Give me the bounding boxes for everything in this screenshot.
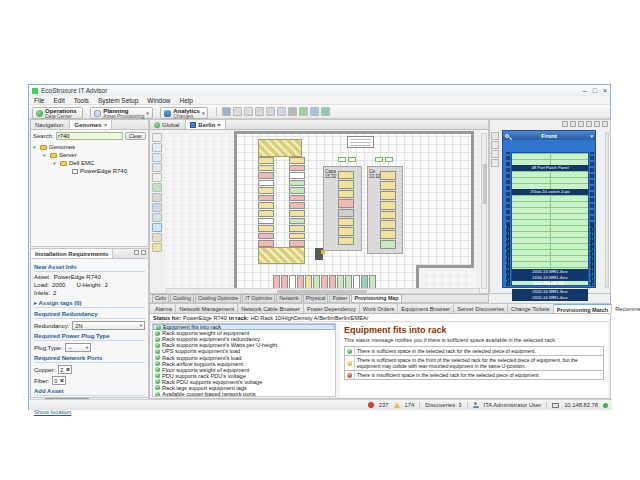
fiber-stepper[interactable]: 0 (52, 376, 66, 385)
containment-cage-2[interactable]: Ca 13.32 (367, 166, 403, 254)
title-bar[interactable]: EcoStruxure IT Advisor –□× (29, 85, 610, 96)
floor-rack[interactable] (258, 202, 274, 209)
close-button[interactable]: × (603, 86, 607, 95)
rack-pdu-left[interactable] (507, 224, 510, 286)
floor-rack[interactable] (380, 181, 396, 190)
planning-button[interactable]: PlanningAsset Provisioning ▾ (90, 107, 153, 119)
rack-equipment[interactable]: 2Usw-10-switch-4-po (512, 189, 588, 195)
zoom-fit-icon[interactable] (152, 163, 162, 172)
rack-equipment[interactable]: 2016-14-WR1-4srv (512, 295, 588, 301)
wrench-icon[interactable] (288, 107, 297, 116)
tree-item-genomes[interactable]: ▾ Genomes (31, 143, 148, 151)
bottom-tab[interactable]: Power Dependency (304, 304, 360, 313)
bottom-tab[interactable]: Equipment Browser (398, 304, 454, 313)
floor-rack[interactable] (380, 211, 396, 220)
zoom-out-icon[interactable] (152, 153, 162, 162)
overlay-tab[interactable]: Physical (303, 294, 329, 302)
rack-slots[interactable]: 48 Port Patch Panel2Usw-10-switch-4-po20… (511, 152, 589, 286)
tree-item-server[interactable]: ▾ Server (31, 151, 148, 159)
search-input[interactable] (56, 132, 123, 140)
tab-berlin[interactable]: Berlin × (186, 120, 226, 129)
discoveries-count[interactable]: Discoveries: 3 (425, 402, 461, 408)
dock-icon[interactable] (562, 121, 568, 127)
minimize-button[interactable]: – (583, 86, 587, 95)
pan-tool-icon[interactable] (152, 173, 162, 182)
floor-rack[interactable] (289, 187, 305, 194)
floor-rack[interactable] (258, 172, 274, 179)
minimize-panel-icon[interactable] (134, 250, 139, 255)
redundancy-select[interactable]: 2N▾ (72, 321, 145, 330)
layout-icon[interactable] (310, 107, 319, 116)
floor-rack[interactable] (289, 218, 305, 225)
bottom-tab[interactable]: Change Tickets (508, 304, 554, 313)
maximize-panel-icon[interactable] (141, 250, 146, 255)
tab-genomes[interactable]: Genomes × (70, 120, 112, 129)
floor-rack[interactable] (289, 233, 305, 240)
floor-rack[interactable] (258, 225, 274, 232)
camera-icon[interactable] (586, 121, 592, 127)
bottom-tab[interactable]: Network Management (176, 304, 238, 313)
maximize-button[interactable]: □ (593, 86, 597, 95)
rack-zoom-out-icon[interactable] (491, 141, 499, 149)
close-tab-icon[interactable]: × (104, 122, 108, 128)
rack-pdu-right[interactable] (591, 224, 594, 286)
rack-zoom-in-icon[interactable] (491, 132, 499, 140)
warning-alarm-count[interactable]: 174 (405, 402, 415, 408)
save-icon[interactable] (222, 107, 231, 116)
critical-alarm-count[interactable]: 237 (379, 402, 389, 408)
rack-row-right[interactable] (289, 157, 305, 247)
cascade-icon[interactable] (570, 121, 576, 127)
bottom-tab[interactable]: Provisioning Match (554, 304, 613, 313)
checklist-item[interactable]: Available copper-based network ports (153, 391, 335, 397)
floor-rack[interactable] (289, 165, 305, 172)
redo-icon[interactable] (244, 107, 253, 116)
plug-type-select[interactable]: --▾ (65, 343, 91, 352)
floor-rack[interactable] (338, 237, 354, 245)
floor-rack[interactable] (289, 210, 305, 217)
floor-rack[interactable] (258, 195, 274, 202)
bottom-tab[interactable]: Server Discoveries (454, 304, 508, 313)
rack-panel-scrollbar[interactable] (605, 132, 609, 288)
floor-rack[interactable] (338, 209, 354, 217)
floor-rack[interactable] (258, 240, 274, 247)
floorplan[interactable]: Capa 15.32 Ca 13.32 (166, 131, 488, 293)
overlay-tab[interactable]: Colo (152, 294, 169, 302)
maximize-panel-icon[interactable] (602, 121, 608, 127)
power-path-icon[interactable] (152, 193, 162, 202)
rack-zoom-fit-icon[interactable] (491, 150, 499, 158)
cut-icon[interactable] (255, 107, 264, 116)
clear-search-button[interactable]: Clear (125, 132, 146, 140)
lift-truck-icon[interactable] (315, 248, 323, 260)
tree-expand-icon[interactable]: ▾ (33, 144, 38, 150)
tab-global[interactable]: Global (150, 120, 186, 129)
export-icon[interactable] (321, 107, 330, 116)
tree-item-poweredge-r740[interactable]: PowerEdge R740 (31, 167, 148, 175)
floor-rack[interactable] (380, 201, 396, 210)
tree-expand-icon[interactable]: ▾ (53, 160, 58, 166)
cage1-racks[interactable] (338, 171, 354, 245)
floor-rack[interactable] (380, 230, 396, 239)
analytics-button[interactable]: AnalyticsChanges ▾ (160, 107, 208, 119)
copper-stepper[interactable]: 2 (58, 365, 72, 374)
pin-icon[interactable] (578, 121, 584, 127)
overlay-tab[interactable]: Cooling (170, 294, 194, 302)
copy-icon[interactable] (266, 107, 275, 116)
tree-expand-icon[interactable]: ▾ (43, 152, 48, 158)
rack-front-view[interactable]: Front ▾ 48 Port Patch Panel2Usw-10-switc… (502, 130, 596, 288)
tab-installation-requirements[interactable]: Installation Requirements (31, 249, 113, 258)
magnifier-icon[interactable] (505, 134, 509, 138)
network-path-icon[interactable] (152, 203, 162, 212)
layers-icon[interactable] (152, 233, 162, 242)
floor-rack[interactable] (338, 190, 354, 198)
minimize-panel-icon[interactable] (594, 121, 600, 127)
operations-button[interactable]: OperationsData Center (32, 107, 83, 119)
floor-rack[interactable] (258, 233, 274, 240)
floor-rack[interactable] (289, 180, 305, 187)
rack-layer-icon[interactable] (491, 159, 499, 167)
overlay-icon[interactable] (152, 243, 162, 252)
select-tool-icon[interactable] (152, 133, 162, 142)
tab-navigation[interactable]: Navigation (31, 120, 70, 129)
warning-alarm-icon[interactable] (394, 402, 400, 408)
bottom-tab[interactable]: Network Cable Browser (238, 304, 304, 313)
floor-rack[interactable] (338, 171, 354, 179)
